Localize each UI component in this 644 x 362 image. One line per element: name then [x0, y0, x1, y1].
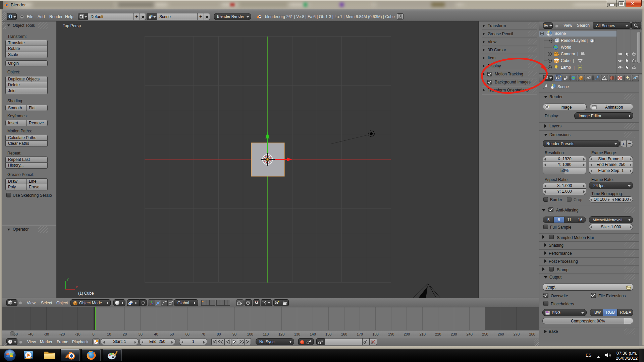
svg-text:x: x [76, 285, 78, 289]
svg-text:30: 30 [139, 332, 143, 336]
svg-text:110: 110 [263, 332, 269, 336]
svg-text:160: 160 [341, 332, 347, 336]
svg-text:-30: -30 [44, 332, 49, 336]
svg-text:120: 120 [278, 332, 284, 336]
svg-text:200: 200 [404, 332, 410, 336]
svg-text:0: 0 [92, 332, 94, 336]
svg-text:230: 230 [451, 332, 457, 336]
svg-text:100: 100 [247, 332, 253, 336]
svg-text:Camera: Camera [561, 52, 575, 56]
svg-text:80: 80 [217, 332, 221, 336]
svg-text:170: 170 [357, 332, 363, 336]
svg-text:280: 280 [529, 332, 535, 336]
svg-text:270: 270 [514, 332, 520, 336]
svg-text:|: | [573, 58, 574, 63]
svg-text:10: 10 [107, 332, 111, 336]
svg-text:Scene: Scene [554, 31, 566, 36]
svg-text:220: 220 [435, 332, 441, 336]
svg-text:RenderLayers: RenderLayers [561, 38, 586, 43]
svg-text:-20: -20 [59, 332, 65, 336]
svg-text:|: | [577, 52, 578, 56]
svg-text:250: 250 [482, 332, 488, 336]
svg-text:Top Persp: Top Persp [63, 23, 81, 28]
svg-text:140: 140 [310, 332, 316, 336]
svg-text:(1) Cube: (1) Cube [78, 291, 94, 296]
svg-text:|: | [587, 38, 588, 43]
svg-text:Scene: Scene [557, 84, 569, 89]
svg-text:|: | [574, 65, 575, 70]
svg-text:70: 70 [201, 332, 205, 336]
svg-text:-40: -40 [28, 332, 34, 336]
svg-text:180: 180 [372, 332, 378, 336]
svg-text:y: y [67, 277, 69, 281]
svg-text:50: 50 [170, 332, 174, 336]
svg-text:90: 90 [232, 332, 236, 336]
svg-text:-50: -50 [12, 332, 18, 336]
svg-text:190: 190 [388, 332, 394, 336]
svg-text:130: 130 [294, 332, 300, 336]
svg-text:Cube: Cube [561, 58, 571, 63]
svg-text:60: 60 [185, 332, 190, 336]
svg-text:240: 240 [467, 332, 473, 336]
svg-text:World: World [561, 45, 571, 50]
svg-text:150: 150 [325, 332, 331, 336]
svg-text:260: 260 [498, 332, 504, 336]
svg-text:Lamp: Lamp [561, 65, 571, 70]
svg-text:-10: -10 [75, 332, 80, 336]
svg-text:20: 20 [123, 332, 127, 336]
svg-text:40: 40 [154, 332, 158, 336]
svg-text:210: 210 [419, 332, 425, 336]
